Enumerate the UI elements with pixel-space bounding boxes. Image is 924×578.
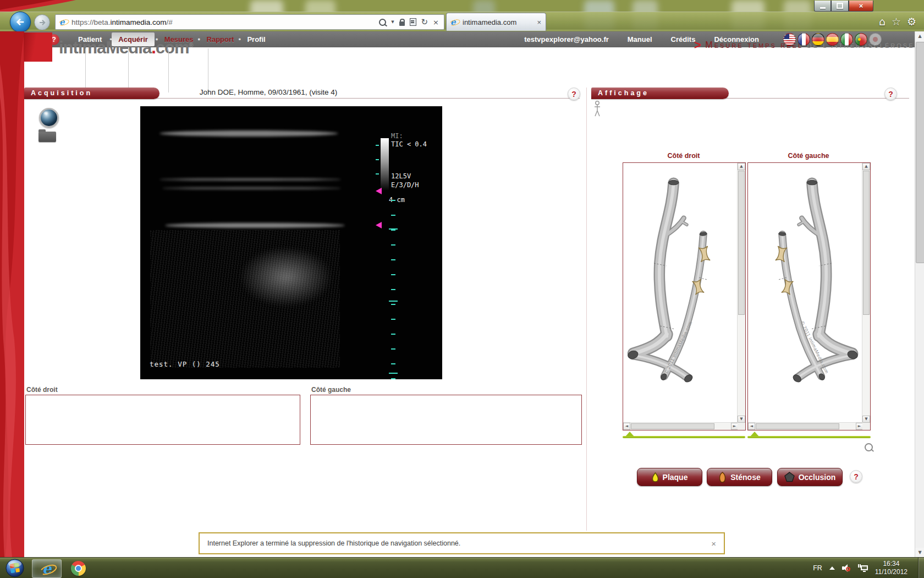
scroll-down-icon[interactable]: ▼ (862, 416, 870, 423)
url-text[interactable]: https://beta.intimamedia.com/# (72, 18, 379, 26)
notification-close-icon[interactable]: × (703, 539, 724, 548)
flag-fr-icon[interactable] (798, 33, 810, 46)
scroll-down-icon[interactable]: ▼ (738, 416, 745, 423)
show-desktop-button[interactable] (918, 558, 924, 578)
flag-it-icon[interactable] (840, 33, 853, 46)
nav-item-rapport[interactable]: Rapport (200, 32, 241, 46)
lesion-help-button[interactable]: ? (850, 470, 862, 483)
scrollbar-corner (862, 423, 870, 430)
flag-de-icon[interactable] (812, 33, 824, 46)
taskbar-clock[interactable]: 16:34 11/10/2012 (875, 560, 908, 576)
affichage-help-button[interactable]: ? (884, 88, 897, 100)
slider-handle-icon[interactable] (625, 432, 634, 437)
stenose-icon (718, 472, 727, 483)
security-lock-icon[interactable] (399, 21, 405, 26)
flag-jp-icon (869, 33, 882, 46)
acquisition-help-button[interactable]: ? (568, 88, 580, 100)
minimize-icon (820, 7, 826, 9)
taskbar-ie-button[interactable]: e (32, 559, 62, 578)
settings-gear-icon[interactable]: ⚙ (907, 15, 916, 28)
scrollbar-thumb[interactable] (863, 171, 870, 315)
scroll-down-icon[interactable]: ▼ (915, 548, 924, 557)
nav-link-manuel[interactable]: Manuel (628, 35, 652, 43)
scroll-up-icon[interactable]: ▲ (738, 163, 745, 170)
network-icon[interactable] (858, 564, 868, 572)
diagram-horizontal-scrollbar[interactable]: ◄ ► (623, 422, 738, 430)
occlusion-button[interactable]: Occlusion (777, 468, 843, 486)
mode-label: E/3/D/H (391, 181, 419, 189)
diagram-horizontal-scrollbar[interactable]: ◄ ► (748, 422, 863, 430)
panel-divider (586, 88, 587, 531)
search-icon[interactable] (379, 19, 386, 26)
address-bar[interactable]: e https://beta.intimamedia.com/# ▼ ↻ × (55, 14, 444, 30)
taskbar-chrome-button[interactable] (64, 559, 92, 577)
tray-expand-icon[interactable] (829, 566, 835, 570)
nav-item-mesures[interactable]: Mesures (158, 32, 200, 46)
stenose-button[interactable]: Sténose (707, 468, 772, 486)
window-controls: × (814, 1, 873, 12)
nav-item-patient[interactable]: Patient (72, 32, 108, 46)
plaque-button[interactable]: Plaque (637, 468, 702, 486)
brand-red-block (24, 32, 52, 62)
taskbar: e FR 16:34 11/10/2012 (0, 557, 924, 578)
scrollbar-thumb[interactable] (631, 423, 714, 429)
scrollbar-corner (738, 423, 745, 430)
forward-arrow-icon (38, 19, 46, 26)
scrollbar-thumb[interactable] (916, 42, 924, 263)
depth-ruler-major (389, 228, 398, 379)
clock-date: 11/10/2012 (875, 568, 908, 576)
bar-tick (376, 159, 379, 160)
scroll-left-icon[interactable]: ◄ (748, 423, 755, 430)
slider-handle-icon[interactable] (750, 432, 759, 437)
patient-info: John DOE, Homme, 09/03/1961, (visite 4) (197, 88, 340, 96)
tab-close-icon[interactable]: × (532, 18, 546, 26)
speaker-muted-icon[interactable] (842, 564, 851, 572)
carotid-diagram-right-side[interactable]: © 2011 intimaMedia.com ▲ ▼ ◄ ► (623, 162, 746, 430)
stop-icon[interactable]: × (433, 18, 439, 26)
diagram-vertical-scrollbar[interactable]: ▲ ▼ (862, 163, 870, 423)
flag-us-icon[interactable] (783, 33, 796, 46)
affichage-panel-title: Affichage (591, 88, 729, 99)
account-email[interactable]: testvpexplorer@yahoo.fr (524, 35, 609, 43)
scrollbar-thumb[interactable] (756, 423, 839, 429)
ultrasound-band (160, 178, 341, 181)
browser-tab[interactable]: e intimamedia.com × (446, 13, 546, 31)
diagram-vertical-scrollbar[interactable]: ▲ ▼ (737, 163, 745, 423)
focus-marker-icon (376, 222, 382, 228)
stenose-button-label: Sténose (730, 473, 760, 482)
folder-open-icon[interactable] (38, 132, 56, 142)
ultrasound-band (160, 130, 338, 137)
zoom-slider-left[interactable] (747, 436, 871, 438)
cote-gauche-list[interactable] (310, 395, 582, 445)
carotid-diagram-left-side[interactable]: © 2011 intimaMedia.com ▲ ▼ ◄ ► (747, 162, 871, 430)
browser-back-button[interactable] (10, 12, 31, 32)
zoom-slider-right[interactable] (623, 436, 745, 438)
scroll-up-icon[interactable]: ▲ (862, 163, 870, 170)
nav-link-credits[interactable]: Crédits (671, 35, 696, 43)
camera-capture-icon[interactable] (39, 108, 59, 128)
chrome-icon (71, 561, 86, 576)
flag-pt-icon[interactable] (855, 33, 867, 46)
home-icon[interactable]: ⌂ (879, 15, 886, 28)
nav-item-acquerir[interactable]: Acquérir (112, 32, 154, 46)
scrollbar-thumb[interactable] (738, 171, 745, 315)
start-button[interactable] (6, 559, 24, 577)
browser-forward-button[interactable] (34, 14, 50, 30)
compatibility-view-icon[interactable] (410, 18, 416, 26)
scroll-left-icon[interactable]: ◄ (623, 423, 630, 430)
favorites-star-icon[interactable]: ☆ (892, 15, 901, 28)
ultrasound-image[interactable]: MI: TIC < 0.4 12L5V E/3/D/H 4 cm test. V… (140, 106, 442, 379)
window-close-button[interactable]: × (849, 1, 873, 12)
search-caret-icon[interactable]: ▼ (391, 20, 394, 24)
scroll-up-icon[interactable]: ▲ (915, 31, 924, 41)
browser-scrollbar[interactable]: ▲ ▼ (915, 31, 924, 557)
window-restore-button[interactable] (831, 1, 849, 12)
nav-item-profil[interactable]: Profil (240, 32, 272, 46)
ultrasound-band (165, 223, 345, 228)
window-minimize-button[interactable] (814, 1, 831, 12)
zoom-magnifier-icon[interactable] (865, 443, 873, 451)
language-indicator[interactable]: FR (813, 564, 822, 572)
flag-es-icon[interactable] (826, 33, 839, 46)
cote-droit-list[interactable] (25, 395, 300, 445)
refresh-icon[interactable]: ↻ (421, 17, 428, 27)
